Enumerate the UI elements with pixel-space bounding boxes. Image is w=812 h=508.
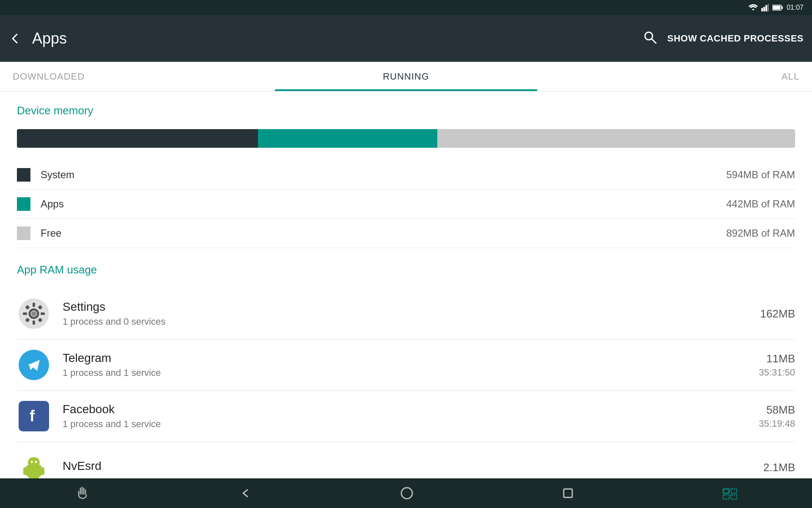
toolbar-title: Apps	[32, 30, 633, 47]
list-item[interactable]: NvEsrd 2.1MB	[17, 442, 795, 478]
facebook-app-icon: f	[17, 399, 51, 433]
tab-all[interactable]: ALL	[537, 62, 812, 91]
telegram-app-info: Telegram 1 process and 1 service	[63, 351, 759, 378]
telegram-memory-size: 11MB	[759, 352, 795, 365]
list-item[interactable]: Settings 1 process and 0 services 162MB	[17, 288, 795, 340]
svg-line-8	[652, 39, 656, 43]
settings-app-icon	[17, 297, 51, 331]
free-color-swatch	[17, 226, 30, 240]
back-nav-button[interactable]	[238, 486, 252, 500]
free-value: 892MB of RAM	[726, 227, 795, 239]
svg-point-33	[401, 488, 412, 499]
wifi-icon	[749, 4, 758, 11]
gear-icon	[19, 298, 49, 329]
svg-rect-38	[731, 495, 737, 499]
svg-rect-2	[765, 5, 767, 11]
app-list: Settings 1 process and 0 services 162MB	[17, 288, 795, 478]
main-content: Device memory System 594MB of RAM Apps 4…	[0, 91, 812, 478]
svg-rect-36	[731, 489, 737, 493]
status-icons: 01:07	[749, 4, 804, 11]
memory-bar-system	[17, 129, 258, 148]
system-value: 594MB of RAM	[726, 169, 795, 181]
facebook-memory-size: 58MB	[759, 403, 795, 417]
tab-downloaded[interactable]: DOWNLOADED	[0, 62, 275, 91]
nvesrd-app-name: NvEsrd	[63, 459, 763, 473]
facebook-app-memory: 58MB 35:19:48	[759, 403, 795, 429]
android-icon	[19, 452, 49, 478]
settings-app-memory: 162MB	[760, 307, 795, 320]
nvesrd-memory-size: 2.1MB	[763, 461, 795, 474]
legend-system: System 594MB of RAM	[17, 160, 795, 190]
facebook-app-info: Facebook 1 process and 1 service	[63, 403, 759, 430]
facebook-icon: f	[19, 401, 49, 431]
svg-rect-1	[763, 7, 765, 11]
memory-legend: System 594MB of RAM Apps 442MB of RAM Fr…	[17, 160, 795, 248]
svg-rect-35	[723, 489, 729, 493]
status-time: 01:07	[787, 4, 804, 11]
svg-rect-14	[41, 312, 45, 315]
svg-rect-0	[761, 8, 763, 11]
telegram-app-icon	[17, 348, 51, 382]
free-label: Free	[41, 227, 726, 239]
svg-point-25	[35, 461, 37, 463]
svg-point-20	[31, 311, 36, 316]
tabs-bar: DOWNLOADED RUNNING ALL	[0, 62, 812, 91]
nvesrd-app-memory: 2.1MB	[763, 461, 795, 474]
svg-rect-29	[41, 467, 44, 475]
status-bar: 01:07	[0, 0, 812, 15]
legend-apps: Apps 442MB of RAM	[17, 190, 795, 219]
battery-icon	[772, 4, 783, 11]
memory-bar-apps	[258, 129, 437, 148]
nav-bar	[0, 478, 812, 508]
search-button[interactable]	[643, 30, 657, 47]
tab-running[interactable]: RUNNING	[275, 62, 537, 91]
svg-rect-28	[23, 467, 26, 475]
facebook-memory-time: 35:19:48	[759, 418, 795, 429]
svg-rect-5	[782, 6, 783, 9]
svg-text:f: f	[30, 407, 35, 425]
svg-rect-6	[773, 6, 780, 10]
recents-button[interactable]	[562, 487, 574, 499]
device-memory-section: Device memory System 594MB of RAM Apps 4…	[17, 104, 795, 248]
svg-rect-13	[23, 312, 27, 315]
toolbar: Apps SHOW CACHED PROCESSES	[0, 15, 812, 62]
facebook-app-processes: 1 process and 1 service	[63, 419, 759, 430]
app-ram-section: App RAM usage	[17, 263, 795, 478]
svg-rect-11	[33, 303, 35, 307]
legend-free: Free 892MB of RAM	[17, 219, 795, 248]
nvesrd-app-icon	[17, 450, 51, 478]
back-button[interactable]	[8, 32, 22, 45]
telegram-memory-time: 35:31:50	[759, 367, 795, 378]
svg-point-23	[28, 457, 40, 467]
settings-app-processes: 1 process and 0 services	[63, 316, 760, 327]
apps-value: 442MB of RAM	[726, 198, 795, 210]
settings-app-info: Settings 1 process and 0 services	[63, 300, 760, 327]
signal-icon	[761, 4, 769, 11]
system-color-swatch	[17, 168, 30, 182]
apps-label: Apps	[41, 198, 726, 210]
app-ram-title: App RAM usage	[17, 263, 795, 276]
show-cached-button[interactable]: SHOW CACHED PROCESSES	[667, 33, 804, 44]
apps-color-swatch	[17, 197, 30, 211]
svg-rect-32	[80, 497, 80, 498]
memory-bar	[17, 129, 795, 148]
svg-rect-34	[564, 489, 572, 497]
home-button[interactable]	[400, 486, 414, 500]
telegram-app-memory: 11MB 35:31:50	[759, 352, 795, 378]
memory-bar-free	[437, 129, 795, 148]
svg-rect-3	[768, 4, 769, 11]
list-item[interactable]: Telegram 1 process and 1 service 11MB 35…	[17, 340, 795, 391]
settings-memory-size: 162MB	[760, 307, 795, 320]
accessibility-button[interactable]	[722, 486, 738, 501]
telegram-icon	[19, 350, 49, 380]
assist-button[interactable]	[74, 486, 90, 501]
device-memory-title: Device memory	[17, 104, 795, 117]
list-item[interactable]: f Facebook 1 process and 1 service 58MB …	[17, 391, 795, 442]
facebook-app-name: Facebook	[63, 403, 759, 416]
system-label: System	[41, 169, 726, 181]
svg-rect-37	[723, 495, 729, 499]
telegram-app-processes: 1 process and 1 service	[63, 367, 759, 378]
svg-rect-12	[33, 320, 35, 325]
telegram-app-name: Telegram	[63, 351, 759, 365]
svg-point-24	[31, 461, 33, 463]
